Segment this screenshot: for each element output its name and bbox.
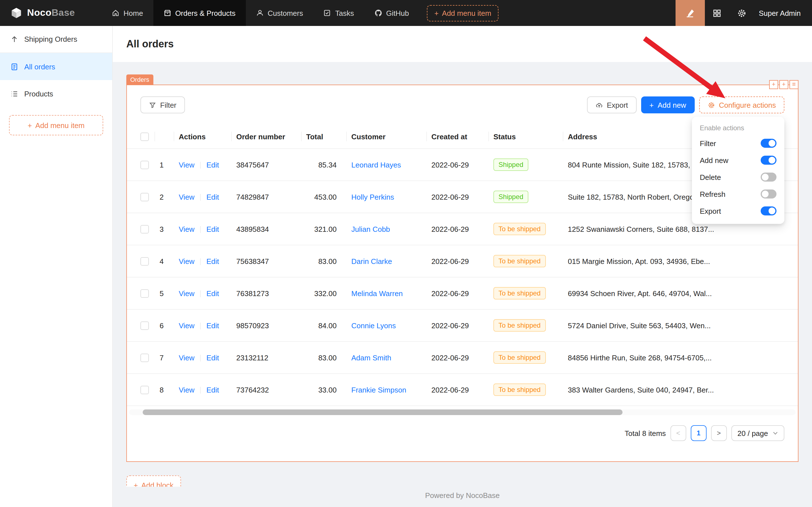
schema-settings-menu-icon[interactable]: ≡	[790, 80, 799, 89]
row-checkbox[interactable]	[140, 225, 149, 233]
initializer-plus-icon[interactable]: +	[779, 80, 788, 89]
total-cell: 83.00	[302, 245, 347, 277]
highlighter-icon	[685, 8, 695, 18]
orders-block-card: Orders + + ≡ Filter Export	[126, 84, 799, 462]
edit-link[interactable]: Edit	[207, 289, 219, 297]
customer-link[interactable]: Connie Lyons	[351, 321, 396, 330]
created-at-cell: 2022-06-29	[427, 309, 489, 341]
filter-toggle[interactable]	[761, 139, 776, 148]
sidebar-add-menu-item-button[interactable]: + Add menu item	[9, 115, 103, 135]
dropdown-item-filter[interactable]: Filter	[692, 135, 785, 152]
edit-link[interactable]: Edit	[207, 160, 219, 169]
view-link[interactable]: View	[179, 257, 194, 265]
view-link[interactable]: View	[179, 225, 194, 233]
configure-actions-button[interactable]: Configure actions	[699, 97, 785, 113]
customer-link[interactable]: Frankie Simpson	[351, 386, 406, 394]
export-button[interactable]: Export	[587, 97, 636, 113]
address-cell: 5724 Daniel Drive, Suite 563, 54403, Wen…	[563, 309, 798, 341]
sidebar-item-products[interactable]: Products	[0, 80, 112, 107]
main-menu: Home Orders & Products Customers Tasks G…	[102, 0, 419, 26]
customer-link[interactable]: Holly Perkins	[351, 192, 394, 201]
customer-link[interactable]: Adam Smith	[351, 353, 391, 362]
row-checkbox[interactable]	[140, 257, 149, 266]
add-menu-item-button[interactable]: + Add menu item	[427, 5, 499, 21]
status-badge: To be shipped	[494, 351, 545, 364]
list-icon	[10, 90, 19, 98]
pagination-page-1[interactable]: 1	[691, 425, 706, 441]
github-icon	[374, 9, 382, 17]
edit-link[interactable]: Edit	[207, 225, 219, 233]
sidebar-item-shipping-orders[interactable]: Shipping Orders	[0, 26, 112, 53]
pagination-prev-button[interactable]: <	[671, 425, 686, 441]
created-at-cell: 2022-06-29	[427, 181, 489, 213]
customer-link[interactable]: Darin Clarke	[351, 257, 392, 265]
table-row: 4 ViewEdit 75638347 83.00 Darin Clarke 2…	[127, 245, 798, 277]
row-checkbox[interactable]	[140, 289, 149, 298]
nav-item-tasks[interactable]: Tasks	[313, 0, 364, 26]
nav-item-customers[interactable]: Customers	[245, 0, 313, 26]
nav-item-orders-products[interactable]: Orders & Products	[153, 0, 245, 26]
row-checkbox[interactable]	[140, 161, 149, 169]
grid-icon	[712, 8, 722, 18]
row-checkbox[interactable]	[140, 193, 149, 201]
page-size-select[interactable]: 20 / page	[731, 425, 785, 441]
address-cell: 015 Margie Mission, Apt. 093, 34936, Ebe…	[563, 245, 798, 277]
dropdown-item-delete[interactable]: Delete	[692, 169, 785, 185]
nav-item-home[interactable]: Home	[102, 0, 153, 26]
delete-toggle[interactable]	[761, 173, 776, 182]
dropdown-item-add-new[interactable]: Add new	[692, 152, 785, 169]
dropdown-item-export[interactable]: Export	[692, 203, 785, 219]
edit-link[interactable]: Edit	[207, 321, 219, 330]
add-new-toggle[interactable]	[761, 156, 776, 165]
page-header: All orders	[113, 26, 812, 62]
nocobase-logo[interactable]: NocoBase	[0, 0, 102, 26]
filter-button[interactable]: Filter	[140, 97, 185, 113]
add-block-button[interactable]: + Add block	[126, 475, 181, 487]
status-badge: Shipped	[494, 190, 528, 203]
add-new-button[interactable]: + Add new	[641, 97, 694, 113]
refresh-toggle[interactable]	[761, 189, 776, 199]
view-link[interactable]: View	[179, 321, 194, 330]
ui-editor-button[interactable]	[675, 0, 705, 26]
customer-link[interactable]: Melinda Warren	[351, 289, 403, 297]
view-link[interactable]: View	[179, 353, 194, 362]
page-title: All orders	[126, 38, 174, 50]
horizontal-scrollbar	[129, 409, 796, 415]
pagination-next-button[interactable]: >	[711, 425, 727, 441]
plus-icon: +	[649, 101, 653, 109]
total-cell: 84.00	[302, 309, 347, 341]
row-checkbox[interactable]	[140, 386, 149, 394]
row-checkbox[interactable]	[140, 354, 149, 362]
chevron-down-icon	[772, 430, 778, 436]
view-link[interactable]: View	[179, 386, 194, 394]
select-all-checkbox[interactable]	[140, 132, 149, 141]
order-number-cell: 76381273	[232, 277, 302, 309]
view-link[interactable]: View	[179, 192, 194, 201]
horizontal-scrollbar-thumb[interactable]	[142, 409, 622, 415]
nav-item-github[interactable]: GitHub	[364, 0, 419, 26]
edit-link[interactable]: Edit	[207, 192, 219, 201]
status-badge: Shipped	[494, 159, 528, 171]
customer-link[interactable]: Leonard Hayes	[351, 160, 401, 169]
top-navbar: NocoBase Home Orders & Products Customer…	[0, 0, 812, 26]
edit-link[interactable]: Edit	[207, 257, 219, 265]
plus-icon: +	[434, 9, 439, 17]
status-badge: To be shipped	[494, 223, 545, 235]
plugins-grid-button[interactable]	[705, 0, 730, 26]
row-checkbox[interactable]	[140, 322, 149, 330]
sidebar-item-all-orders[interactable]: All orders	[0, 53, 112, 80]
export-toggle[interactable]	[761, 207, 776, 215]
edit-link[interactable]: Edit	[207, 386, 219, 394]
view-link[interactable]: View	[179, 289, 194, 297]
table-row: 7 ViewEdit 23132112 83.00 Adam Smith 202…	[127, 341, 798, 374]
dropdown-title: Enable actions	[692, 120, 785, 135]
user-menu[interactable]: Super Admin	[754, 0, 812, 26]
order-number-cell: 75638347	[232, 245, 302, 277]
edit-link[interactable]: Edit	[207, 353, 219, 362]
settings-gear-button[interactable]	[730, 0, 754, 26]
created-at-cell: 2022-06-29	[427, 277, 489, 309]
initializer-plus-icon[interactable]: +	[769, 80, 778, 89]
customer-link[interactable]: Julian Cobb	[351, 225, 390, 233]
dropdown-item-refresh[interactable]: Refresh	[692, 185, 785, 203]
view-link[interactable]: View	[179, 160, 194, 169]
